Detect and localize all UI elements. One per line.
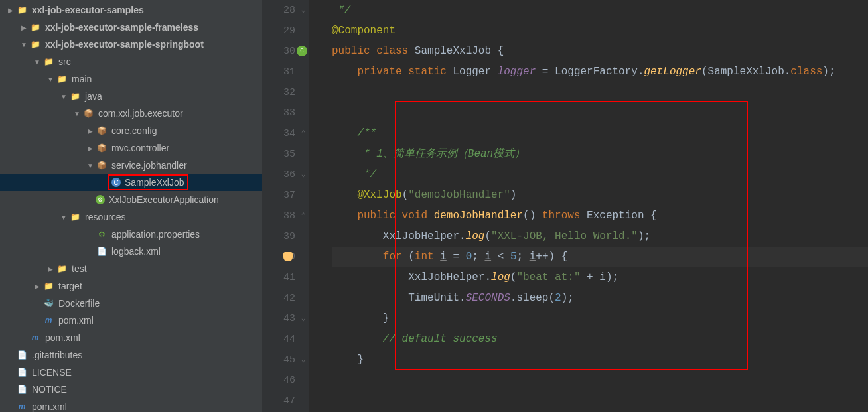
tree-arrow-icon[interactable] <box>7 7 15 14</box>
tree-label: service.jobhandler <box>111 160 187 171</box>
tree-item-main[interactable]: 📁main <box>0 70 262 88</box>
tree-item-service-jobhandler[interactable]: 📦service.jobhandler <box>0 157 262 174</box>
code-editor[interactable]: 28⌄2930C31323334⌃3536⌄3738⌃3940414243⌄44… <box>262 0 868 412</box>
code-line[interactable]: private static Logger logger = LoggerFac… <box>332 62 868 82</box>
maven-icon: m <box>29 332 41 344</box>
code-line[interactable]: @Component <box>332 21 868 41</box>
code-line[interactable]: * 1、简单任务示例（Bean模式） <box>332 144 868 165</box>
line-number: 39 <box>262 226 295 247</box>
tree-label: .gitattributes <box>32 350 82 360</box>
fold-marker-icon[interactable]: ⌃ <box>298 210 309 221</box>
tree-item-pom-xml[interactable]: mpom.xml <box>0 312 262 329</box>
tree-label: pom.xml <box>32 401 67 412</box>
tree-arrow-icon[interactable] <box>60 214 68 221</box>
tree-item-license[interactable]: 📄LICENSE <box>0 364 262 381</box>
code-line[interactable]: @XxlJob("demoJobHandler") <box>332 185 868 206</box>
fold-marker-icon[interactable]: ⌃ <box>298 128 309 139</box>
tree-item-dockerfile[interactable]: 🐳Dockerfile <box>0 295 262 312</box>
tree-label: resources <box>85 212 125 222</box>
fold-marker-icon[interactable]: ⌄ <box>298 313 309 324</box>
tree-arrow-icon[interactable] <box>86 145 94 152</box>
code-line[interactable]: } <box>332 350 868 370</box>
code-area[interactable]: */@Componentpublic class SampleXxlJob { … <box>309 0 868 412</box>
spring-gutter-icon[interactable]: C <box>297 46 307 56</box>
tree-arrow-icon[interactable] <box>86 162 94 169</box>
tree-label: SampleXxlJob <box>125 177 184 188</box>
line-number: 35 <box>262 144 295 165</box>
fold-marker-icon[interactable]: ⌄ <box>298 354 309 365</box>
code-line[interactable]: for (int i = 0; i < 5; i++) { <box>332 247 868 267</box>
tree-item-pom-xml[interactable]: mpom.xml <box>0 329 262 346</box>
tree-item-xxljobexecutorapplication[interactable]: ⚙XxlJobExecutorApplication <box>0 191 262 208</box>
tree-label: java <box>85 91 102 102</box>
tree-item-samplexxljob[interactable]: CSampleXxlJob <box>0 174 262 191</box>
line-number: 36⌄ <box>262 165 295 185</box>
intention-bulb-icon[interactable] <box>283 252 293 261</box>
tree-arrow-icon[interactable] <box>73 110 81 117</box>
code-line[interactable]: // default success <box>332 329 868 350</box>
code-line[interactable] <box>332 82 868 103</box>
code-line[interactable]: */ <box>332 165 868 185</box>
folder-test-icon: 📁 <box>56 263 68 275</box>
tree-item-target[interactable]: 📁target <box>0 277 262 295</box>
code-line[interactable] <box>332 391 868 411</box>
tree-item-src[interactable]: 📁src <box>0 53 262 70</box>
code-line[interactable]: TimeUnit.SECONDS.sleep(2); <box>332 288 868 309</box>
maven-icon: m <box>42 314 54 326</box>
tree-arrow-icon[interactable] <box>33 58 41 66</box>
tree-item-mvc-controller[interactable]: 📦mvc.controller <box>0 139 262 157</box>
tree-item-xxl-job-executor-sample-frameless[interactable]: 📁xxl-job-executor-sample-frameless <box>0 19 262 36</box>
tree-label: test <box>72 263 87 274</box>
code-line[interactable]: public class SampleXxlJob { <box>332 41 868 62</box>
code-line[interactable]: */ <box>332 0 868 21</box>
maven-icon: m <box>16 401 28 412</box>
code-line[interactable] <box>332 370 868 391</box>
tree-label: xxl-job-executor-samples <box>32 5 144 15</box>
fold-marker-icon[interactable]: ⌄ <box>298 5 309 15</box>
tree-arrow-icon[interactable] <box>60 93 68 100</box>
tree-item-com-xxl-job-executor[interactable]: 📦com.xxl.job.executor <box>0 105 262 122</box>
code-line[interactable] <box>332 103 868 123</box>
code-line[interactable]: XxlJobHelper.log("beat at:" + i); <box>332 267 868 288</box>
tree-item--gitattributes[interactable]: 📄.gitattributes <box>0 346 262 364</box>
tree-item-test[interactable]: 📁test <box>0 260 262 277</box>
tree-label: target <box>58 281 82 291</box>
code-line[interactable]: /** <box>332 123 868 144</box>
tree-arrow-icon[interactable] <box>46 76 54 83</box>
tree-label: Dockerfile <box>58 298 100 309</box>
file-icon: 📄 <box>16 349 28 361</box>
tree-label: com.xxl.job.executor <box>98 108 183 119</box>
class-icon: C <box>111 178 121 187</box>
tree-label: logback.xml <box>111 246 161 257</box>
tree-item-xxl-job-executor-samples[interactable]: 📁xxl-job-executor-samples <box>0 1 262 19</box>
tree-item-logback-xml[interactable]: 📄logback.xml <box>0 243 262 260</box>
tree-arrow-icon[interactable] <box>20 41 28 48</box>
tree-label: core.config <box>111 125 157 136</box>
tree-item-pom-xml[interactable]: mpom.xml <box>0 398 262 412</box>
line-number: 34⌃ <box>262 123 295 144</box>
tree-label: xxl-job-executor-sample-frameless <box>45 22 198 33</box>
folder-resources-icon: 📁 <box>69 211 81 223</box>
project-tree[interactable]: 📁xxl-job-executor-samples📁xxl-job-execut… <box>0 0 262 412</box>
tree-item-core-config[interactable]: 📦core.config <box>0 122 262 139</box>
tree-arrow-icon[interactable] <box>46 265 54 273</box>
code-line[interactable]: public void demoJobHandler() throws Exce… <box>332 206 868 226</box>
tree-item-resources[interactable]: 📁resources <box>0 208 262 226</box>
fold-marker-icon[interactable]: ⌄ <box>298 169 309 180</box>
line-number: 33 <box>262 103 295 123</box>
code-line[interactable]: } <box>332 309 868 329</box>
tree-item-notice[interactable]: 📄NOTICE <box>0 381 262 398</box>
code-line[interactable]: XxlJobHelper.log("XXL-JOB, Hello World."… <box>332 226 868 247</box>
tree-arrow-icon[interactable] <box>86 127 94 135</box>
tree-label: main <box>72 74 92 84</box>
tree-item-application-properties[interactable]: ⚙application.properties <box>0 226 262 243</box>
tree-label: XxlJobExecutorApplication <box>109 194 219 205</box>
tree-item-xxl-job-executor-sample-springboot[interactable]: 📁xxl-job-executor-sample-springboot <box>0 36 262 53</box>
tree-arrow-icon[interactable] <box>33 283 41 290</box>
line-number: 29 <box>262 21 295 41</box>
tree-arrow-icon[interactable] <box>20 24 28 31</box>
tree-item-java[interactable]: 📁java <box>0 88 262 105</box>
line-number: 31 <box>262 62 295 82</box>
xml-icon: 📄 <box>96 245 108 257</box>
line-number: 30C <box>262 41 295 62</box>
